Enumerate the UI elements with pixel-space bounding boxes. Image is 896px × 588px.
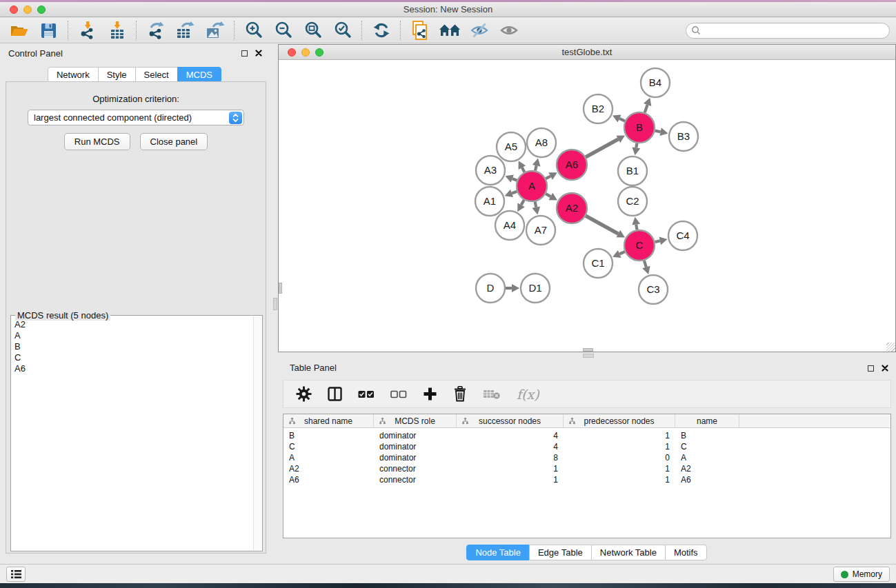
column-header-mcds_role[interactable]: MCDS role [374, 414, 457, 427]
network-edge-C-C4[interactable] [655, 241, 659, 242]
network-edge-A-A4[interactable] [521, 200, 524, 205]
run-mcds-button[interactable]: Run MCDS [64, 133, 130, 150]
network-edge-A-A2[interactable] [546, 194, 550, 196]
network-edge-B-B2[interactable] [619, 119, 625, 121]
resize-grip-icon[interactable] [886, 343, 895, 352]
memory-button[interactable]: Memory [833, 567, 890, 582]
table-row[interactable]: Adominator80A [283, 452, 890, 463]
tab-style[interactable]: Style [98, 67, 136, 83]
optimization-select[interactable]: largest connected component (directed) [28, 110, 244, 125]
float-panel-icon[interactable] [868, 365, 874, 372]
search-input[interactable] [704, 23, 889, 38]
network-node-B1[interactable]: B1 [618, 156, 647, 185]
first-neighbors-button[interactable] [435, 19, 464, 42]
network-node-A3[interactable]: A3 [476, 156, 505, 185]
network-window-titlebar[interactable]: testGlobe.txt [279, 45, 895, 60]
horizontal-scrollbar-thumb[interactable] [583, 348, 593, 352]
save-session-button[interactable] [34, 19, 63, 42]
mcds-result-item[interactable]: B [14, 341, 252, 352]
network-node-B2[interactable]: B2 [584, 94, 613, 123]
export-network-button[interactable] [141, 19, 170, 42]
network-edge-A-A7[interactable] [535, 202, 537, 207]
network-edge-A-A1[interactable] [512, 192, 517, 194]
tab-mcds[interactable]: MCDS [177, 67, 221, 83]
import-network-button[interactable] [72, 19, 102, 42]
column-header-shared_name[interactable]: shared name [283, 414, 374, 427]
vertical-scrollbar-thumb[interactable] [279, 283, 282, 294]
table-row[interactable]: A2connector11A2 [283, 463, 890, 474]
network-close-button[interactable] [288, 48, 296, 57]
network-node-C1[interactable]: C1 [584, 249, 613, 278]
refresh-layout-button[interactable] [366, 19, 396, 42]
network-node-B[interactable]: B [624, 112, 655, 143]
show-column-panel-icon[interactable] [328, 387, 342, 401]
tab-network[interactable]: Network [48, 67, 99, 83]
mcds-result-item[interactable]: A2 [14, 319, 252, 330]
network-node-A4[interactable]: A4 [495, 211, 524, 240]
task-history-button[interactable] [6, 567, 26, 582]
delete-column-trash-icon[interactable] [453, 386, 467, 402]
zoom-fit-button[interactable] [298, 19, 328, 42]
function-builder-icon[interactable]: f(x) [517, 387, 539, 402]
column-header-name[interactable]: name [675, 414, 739, 427]
network-minimize-button[interactable] [301, 48, 310, 57]
mcds-result-item[interactable]: C [14, 352, 252, 363]
zoom-selected-button[interactable] [328, 19, 357, 42]
network-node-A[interactable]: A [517, 171, 547, 201]
network-node-B4[interactable]: B4 [641, 68, 670, 97]
network-edge-A-A3[interactable] [512, 179, 517, 181]
show-all-button[interactable] [494, 19, 524, 42]
network-node-D[interactable]: D [476, 274, 505, 303]
tab-select[interactable]: Select [135, 67, 178, 83]
zoom-in-button[interactable] [239, 19, 268, 42]
network-edge-B-B1[interactable] [636, 143, 637, 148]
close-panel-button[interactable]: Close panel [140, 133, 208, 150]
network-node-A8[interactable]: A8 [527, 128, 556, 157]
network-node-C[interactable]: C [624, 230, 655, 261]
tab-network-table[interactable]: Network Table [591, 545, 666, 560]
network-edge-A-A6[interactable] [546, 176, 550, 179]
float-panel-icon[interactable] [241, 50, 248, 57]
tab-motifs[interactable]: Motifs [665, 545, 707, 560]
table-row[interactable]: A6connector11A6 [283, 474, 890, 485]
column-header-predecessors[interactable]: predecessor nodes [564, 414, 675, 427]
mcds-list-scrollbar[interactable] [253, 316, 261, 550]
network-canvas[interactable]: B4B2BB3A8A5A6A3B1AA1C2A2A4A7C4CC1DD1C3 [279, 61, 895, 352]
splitpane-divider-handle[interactable] [273, 298, 277, 310]
network-node-B3[interactable]: B3 [669, 122, 698, 151]
table-row[interactable]: Bdominator41B [283, 430, 890, 441]
column-header-successors[interactable]: successor nodes [457, 414, 564, 427]
tab-edge-table[interactable]: Edge Table [529, 545, 592, 560]
delete-table-icon[interactable] [483, 388, 501, 400]
close-window-button[interactable] [10, 6, 18, 14]
network-node-A1[interactable]: A1 [475, 187, 504, 216]
network-edge-B-B4[interactable] [645, 105, 648, 112]
mcds-result-item[interactable]: A [14, 330, 252, 341]
network-node-C3[interactable]: C3 [639, 275, 668, 304]
network-node-A2[interactable]: A2 [557, 193, 587, 223]
hide-selected-button[interactable] [464, 19, 494, 42]
close-panel-icon[interactable] [255, 50, 262, 57]
network-node-D1[interactable]: D1 [521, 274, 550, 303]
network-edge-B-B3[interactable] [655, 131, 661, 132]
network-edge-A2-C[interactable] [586, 216, 618, 234]
minimize-window-button[interactable] [23, 6, 32, 14]
main-titlebar[interactable]: Session: New Session [0, 2, 896, 17]
search-field[interactable] [686, 23, 890, 39]
select-all-columns-icon[interactable] [358, 390, 375, 398]
zoom-window-button[interactable] [37, 6, 46, 14]
mcds-result-item[interactable]: A6 [14, 363, 252, 374]
table-row[interactable]: Cdominator41C [283, 441, 890, 452]
export-table-button[interactable] [170, 19, 200, 42]
tab-node-table[interactable]: Node Table [466, 545, 530, 560]
create-column-plus-icon[interactable] [423, 387, 437, 401]
new-network-from-selection-button[interactable] [405, 19, 435, 42]
table-settings-gear-icon[interactable] [296, 386, 312, 402]
network-node-C2[interactable]: C2 [618, 187, 647, 216]
network-edge-C-C1[interactable] [619, 252, 625, 254]
network-edge-C-C3[interactable] [644, 261, 646, 267]
zoom-out-button[interactable] [268, 19, 298, 42]
network-node-C4[interactable]: C4 [668, 221, 697, 250]
network-node-A5[interactable]: A5 [497, 132, 526, 161]
network-edge-A6-B[interactable] [586, 139, 618, 157]
